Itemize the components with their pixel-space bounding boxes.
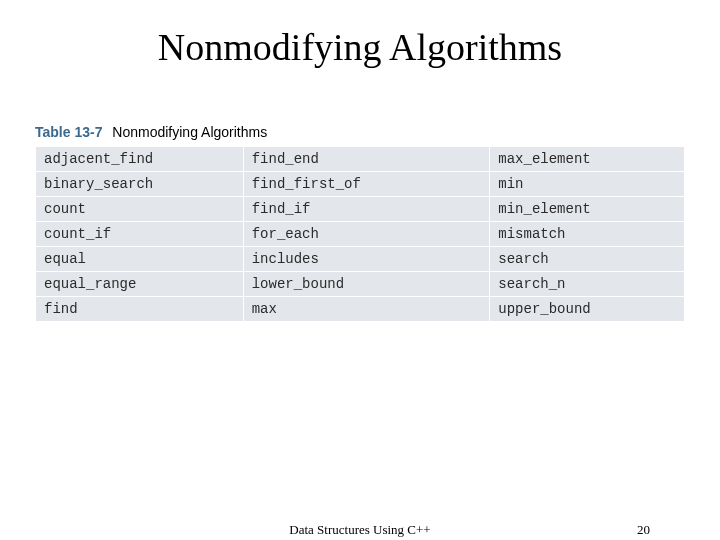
table-cell: count_if <box>36 222 244 247</box>
table-cell: upper_bound <box>490 297 685 322</box>
table-cell: binary_search <box>36 172 244 197</box>
algorithms-table: adjacent_find find_end max_element binar… <box>35 146 685 322</box>
table-label: Nonmodifying Algorithms <box>112 124 267 140</box>
table-cell: find_if <box>243 197 490 222</box>
page-title: Nonmodifying Algorithms <box>30 25 690 69</box>
table-cell: min <box>490 172 685 197</box>
table-cell: equal_range <box>36 272 244 297</box>
table-cell: max_element <box>490 147 685 172</box>
table-row: adjacent_find find_end max_element <box>36 147 685 172</box>
table-cell: find_end <box>243 147 490 172</box>
table-cell: search_n <box>490 272 685 297</box>
table-row: count find_if min_element <box>36 197 685 222</box>
table-cell: count <box>36 197 244 222</box>
table-row: find max upper_bound <box>36 297 685 322</box>
table-cell: min_element <box>490 197 685 222</box>
table-cell: equal <box>36 247 244 272</box>
table-row: equal_range lower_bound search_n <box>36 272 685 297</box>
table-cell: find <box>36 297 244 322</box>
slide: Nonmodifying Algorithms Table 13-7 Nonmo… <box>0 0 720 540</box>
footer-text: Data Structures Using C++ <box>289 522 430 538</box>
table-number: Table 13-7 <box>35 124 102 140</box>
table-cell: max <box>243 297 490 322</box>
table-cell: find_first_of <box>243 172 490 197</box>
table-cell: lower_bound <box>243 272 490 297</box>
table-caption: Table 13-7 Nonmodifying Algorithms <box>35 124 685 140</box>
footer-page-number: 20 <box>637 522 650 538</box>
table-row: count_if for_each mismatch <box>36 222 685 247</box>
table-row: binary_search find_first_of min <box>36 172 685 197</box>
table-cell: includes <box>243 247 490 272</box>
table-cell: mismatch <box>490 222 685 247</box>
table-cell: adjacent_find <box>36 147 244 172</box>
table-row: equal includes search <box>36 247 685 272</box>
table-cell: search <box>490 247 685 272</box>
table-cell: for_each <box>243 222 490 247</box>
table-wrap: Table 13-7 Nonmodifying Algorithms adjac… <box>35 124 685 322</box>
